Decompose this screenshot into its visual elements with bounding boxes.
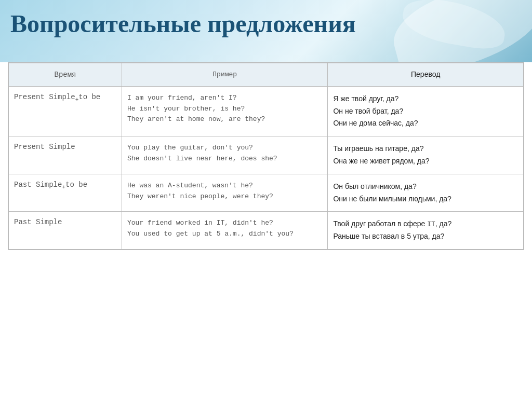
cell-example: You play the guitar, don't you?She doesn… [122, 136, 328, 174]
cell-translation: Твой друг работал в сфере IT, да?Раньше … [328, 212, 524, 250]
cell-translation: Ты играешь на гитаре, да?Она же не живет… [328, 136, 524, 174]
cell-example: Your friend worked in IT, didn't he?You … [122, 212, 328, 250]
table-row: Past Simple+to beHe was an A-student, wa… [9, 174, 524, 212]
cell-translation: Я же твой друг, да?Он не твой брат, да?О… [328, 86, 524, 136]
cell-time: Past Simple+to be [9, 174, 122, 212]
cell-example: He was an A-student, wasn't he?They were… [122, 174, 328, 212]
header-example: Пример [122, 63, 328, 87]
table-row: Present Simple+to beI am your friend, ar… [9, 86, 524, 136]
cell-time: Past Simple [9, 212, 122, 250]
cell-time: Present Simple+to be [9, 86, 122, 136]
cell-time: Present Simple [9, 136, 122, 174]
cell-example: I am your friend, aren't I?He isn't your… [122, 86, 328, 136]
header-translation: Перевод [328, 63, 524, 87]
table-row: Past SimpleYour friend worked in IT, did… [9, 212, 524, 250]
table-row: Present SimpleYou play the guitar, don't… [9, 136, 524, 174]
header-time: Время [9, 63, 122, 87]
main-table-container: Время Пример Перевод Present Simple+to b… [8, 62, 524, 250]
table-header-row: Время Пример Перевод [9, 63, 524, 87]
page-title: Вопросительные предложения [10, 9, 356, 38]
grammar-table: Время Пример Перевод Present Simple+to b… [8, 63, 524, 250]
cell-translation: Он был отличником, да?Они не были милыми… [328, 174, 524, 212]
